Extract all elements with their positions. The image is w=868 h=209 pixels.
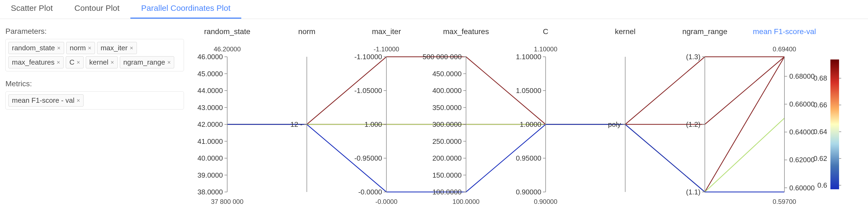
parallel-coordinates-plot[interactable]: random_state46.2000037 800 00038.000039.… [189,19,868,209]
axis-tick-label: (1.2) [686,120,700,129]
close-icon[interactable]: × [76,97,80,104]
axis-tick-label: 46.0000 [197,53,223,61]
axis-tick-label: 0.95000 [516,154,541,162]
axis-title: max_features [443,27,489,36]
chip-label: random_state [12,44,55,52]
close-icon[interactable]: × [167,59,171,66]
chip-max-features[interactable]: max_features× [8,56,64,68]
axis-tick-label: 150.0000 [432,171,461,179]
metrics-label: Metrics: [5,79,184,88]
chip-c[interactable]: C× [66,56,84,68]
axis-tick-label: 500 000 000 [423,53,462,61]
axis-tick-label: 0.68000 [789,72,815,80]
axis-tick-label: 39.0000 [197,171,223,179]
axis-range-bottom: 0.90000 [534,198,557,205]
chip-norm[interactable]: norm× [66,42,95,54]
axis-tick-label: 0.66000 [789,100,815,108]
chip-label: mean F1-score - val [12,96,74,105]
colorbar-tick-label: 0.64 [813,128,827,136]
run-line[interactable] [227,125,784,192]
chip-label: norm [70,44,86,52]
axis-tick-label: 45.0000 [197,70,223,78]
axis-ngram_range[interactable]: ngram_range(1.3)(1.2)(1.1) [682,27,727,196]
colorbar-tick-label: 0.6 [817,181,827,189]
axis-metric[interactable]: mean F1-score-val0.694000.597000.680000.… [753,27,816,205]
axis-tick-label: -0.0000 [358,188,382,196]
axis-max_iter[interactable]: max_iter-1.10000-0.0000-1.10000-1.050001… [354,27,401,205]
colorbar-tick-label: 0.66 [813,101,827,109]
metrics-chipbox[interactable]: mean F1-score - val× [5,92,184,109]
axis-tick-label: 0.64000 [789,128,815,136]
colorbar-tick-label: 0.68 [813,74,827,82]
axis-title: kernel [615,27,636,36]
run-line[interactable] [227,57,784,125]
chip-kernel[interactable]: kernel× [86,56,118,68]
axis-tick-label: -0.95000 [354,154,382,162]
axis-range-top: 1.10000 [534,45,557,53]
axis-tick-label: 12 - [290,120,302,129]
chip-label: max_iter [101,44,128,52]
chip-label: ngram_range [123,58,165,67]
axis-tick-label: (1.1) [686,188,700,196]
chip-random-state[interactable]: random_state× [8,42,64,54]
axis-title: norm [298,27,315,36]
tab-contour[interactable]: Contour Plot [64,0,130,19]
close-icon[interactable]: × [111,59,114,66]
colorbar [830,60,839,189]
axis-title: ngram_range [682,27,727,36]
axis-max_features[interactable]: max_features100.0000500 000 000450.00004… [423,27,489,205]
axis-tick-label: 1.05000 [516,86,541,95]
axis-tick-label: 400.0000 [432,86,461,95]
axis-tick-label: -1.05000 [354,86,382,95]
close-icon[interactable]: × [130,45,133,51]
axis-tick-label: poly [608,120,621,129]
runs-group [227,57,784,192]
colorbar-tick-label: 0.62 [813,154,827,163]
axis-range-top: -1.10000 [374,45,399,53]
parameters-label: Parameters: [5,27,184,36]
axis-range-top: 0.69400 [773,45,796,53]
axis-tick-label: 0.90000 [516,188,541,196]
axis-tick-label: 41.0000 [197,137,223,145]
axis-tick-label: 350.0000 [432,104,461,112]
axis-range-top: 46.20000 [214,45,241,53]
axis-tick-label: 1.0000 [520,120,541,129]
sidebar: Parameters: random_state×norm×max_iter×m… [0,19,189,209]
tab-parallel[interactable]: Parallel Coordinates Plot [130,0,241,19]
chip-label: C [69,58,74,67]
axis-tick-label: 200.0000 [432,154,461,162]
axis-title: mean F1-score-val [753,27,816,36]
parameters-chipbox[interactable]: random_state×norm×max_iter×max_features×… [5,39,184,71]
axis-tick-label: 450.0000 [432,70,461,78]
axis-range-bottom: -0.0000 [375,198,397,205]
chip-ngram-range[interactable]: ngram_range× [120,56,175,68]
axis-tick-label: 0.62000 [789,156,815,164]
axis-tick-label: 100.0000 [432,188,461,196]
close-icon[interactable]: × [57,59,60,66]
axis-range-bottom: 37 800 000 [211,198,243,205]
axis-range-bottom: 100.0000 [453,198,479,205]
axis-random_state[interactable]: random_state46.2000037 800 00038.000039.… [197,27,250,205]
axis-tick-label: 43.0000 [197,104,223,112]
axis-tick-label: 40.0000 [197,154,223,162]
axis-tick-label: 42.0000 [197,120,223,129]
axis-tick-label: 44.0000 [197,86,223,95]
axis-norm[interactable]: norm12 - [290,27,315,192]
close-icon[interactable]: × [88,45,91,51]
chip-max-iter[interactable]: max_iter× [97,42,137,54]
axis-tick-label: 1.10000 [516,53,541,61]
close-icon[interactable]: × [57,45,61,51]
axis-tick-label: 1.000 [364,120,382,129]
axis-title: C [543,27,548,36]
axis-title: random_state [204,27,250,36]
axis-kernel[interactable]: kernelpoly [608,27,636,192]
axis-tick-label: 0.60000 [789,184,815,192]
tab-scatter[interactable]: Scatter Plot [0,0,64,19]
axis-tick-label: -1.10000 [354,53,382,61]
close-icon[interactable]: × [76,59,80,66]
axis-tick-label: 300.0000 [432,120,461,129]
run-line[interactable] [227,118,784,192]
chip-label: kernel [89,58,108,67]
chip-mean-f1-score-val[interactable]: mean F1-score - val× [8,94,84,107]
chip-label: max_features [12,58,55,67]
